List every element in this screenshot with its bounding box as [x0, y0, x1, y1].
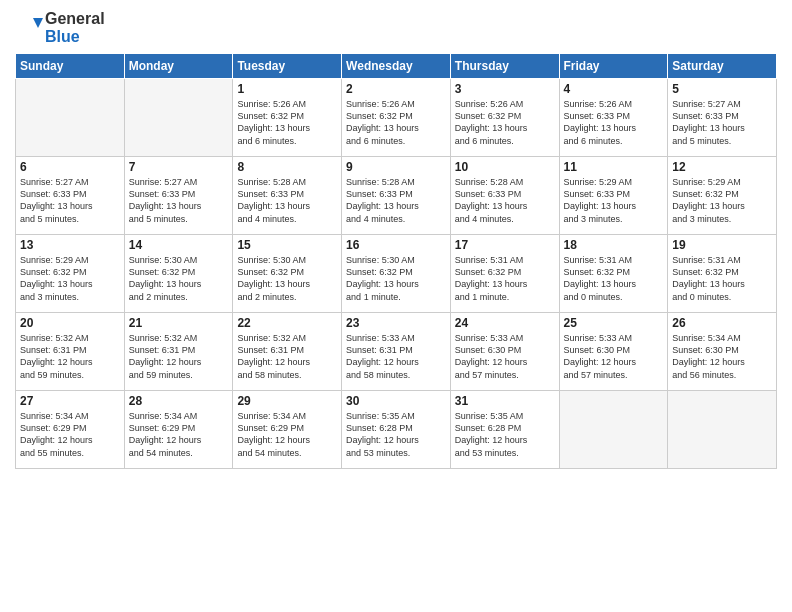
day-of-week-header: Wednesday: [342, 54, 451, 79]
day-number: 16: [346, 238, 446, 252]
day-detail: Sunrise: 5:35 AM Sunset: 6:28 PM Dayligh…: [346, 410, 446, 459]
calendar-cell: 27Sunrise: 5:34 AM Sunset: 6:29 PM Dayli…: [16, 391, 125, 469]
day-number: 19: [672, 238, 772, 252]
day-number: 31: [455, 394, 555, 408]
day-detail: Sunrise: 5:26 AM Sunset: 6:32 PM Dayligh…: [455, 98, 555, 147]
day-detail: Sunrise: 5:34 AM Sunset: 6:29 PM Dayligh…: [20, 410, 120, 459]
day-number: 1: [237, 82, 337, 96]
day-number: 21: [129, 316, 229, 330]
calendar-header-row: SundayMondayTuesdayWednesdayThursdayFrid…: [16, 54, 777, 79]
day-number: 30: [346, 394, 446, 408]
day-detail: Sunrise: 5:27 AM Sunset: 6:33 PM Dayligh…: [672, 98, 772, 147]
day-detail: Sunrise: 5:28 AM Sunset: 6:33 PM Dayligh…: [237, 176, 337, 225]
logo-branding: General Blue: [15, 10, 105, 45]
day-detail: Sunrise: 5:32 AM Sunset: 6:31 PM Dayligh…: [20, 332, 120, 381]
page-container: General Blue SundayMondayTuesdayWednesda…: [0, 0, 792, 479]
day-number: 15: [237, 238, 337, 252]
calendar-cell: 16Sunrise: 5:30 AM Sunset: 6:32 PM Dayli…: [342, 235, 451, 313]
day-number: 28: [129, 394, 229, 408]
day-detail: Sunrise: 5:29 AM Sunset: 6:32 PM Dayligh…: [20, 254, 120, 303]
day-number: 20: [20, 316, 120, 330]
day-detail: Sunrise: 5:29 AM Sunset: 6:32 PM Dayligh…: [672, 176, 772, 225]
logo-blue: Blue: [45, 28, 105, 46]
day-number: 25: [564, 316, 664, 330]
calendar-cell: [668, 391, 777, 469]
day-number: 8: [237, 160, 337, 174]
day-detail: Sunrise: 5:34 AM Sunset: 6:30 PM Dayligh…: [672, 332, 772, 381]
day-number: 7: [129, 160, 229, 174]
day-number: 6: [20, 160, 120, 174]
day-of-week-header: Thursday: [450, 54, 559, 79]
day-detail: Sunrise: 5:32 AM Sunset: 6:31 PM Dayligh…: [129, 332, 229, 381]
day-detail: Sunrise: 5:29 AM Sunset: 6:33 PM Dayligh…: [564, 176, 664, 225]
calendar-cell: 4Sunrise: 5:26 AM Sunset: 6:33 PM Daylig…: [559, 79, 668, 157]
day-detail: Sunrise: 5:26 AM Sunset: 6:32 PM Dayligh…: [346, 98, 446, 147]
day-detail: Sunrise: 5:31 AM Sunset: 6:32 PM Dayligh…: [564, 254, 664, 303]
logo-svg-icon: [15, 14, 43, 42]
day-number: 2: [346, 82, 446, 96]
calendar-cell: 30Sunrise: 5:35 AM Sunset: 6:28 PM Dayli…: [342, 391, 451, 469]
day-number: 24: [455, 316, 555, 330]
calendar-cell: 1Sunrise: 5:26 AM Sunset: 6:32 PM Daylig…: [233, 79, 342, 157]
calendar-week-row: 13Sunrise: 5:29 AM Sunset: 6:32 PM Dayli…: [16, 235, 777, 313]
calendar-cell: 31Sunrise: 5:35 AM Sunset: 6:28 PM Dayli…: [450, 391, 559, 469]
day-number: 3: [455, 82, 555, 96]
header: General Blue: [15, 10, 777, 45]
calendar-cell: 9Sunrise: 5:28 AM Sunset: 6:33 PM Daylig…: [342, 157, 451, 235]
calendar-cell: 14Sunrise: 5:30 AM Sunset: 6:32 PM Dayli…: [124, 235, 233, 313]
calendar-cell: [124, 79, 233, 157]
calendar-cell: 11Sunrise: 5:29 AM Sunset: 6:33 PM Dayli…: [559, 157, 668, 235]
calendar-week-row: 20Sunrise: 5:32 AM Sunset: 6:31 PM Dayli…: [16, 313, 777, 391]
day-detail: Sunrise: 5:28 AM Sunset: 6:33 PM Dayligh…: [346, 176, 446, 225]
day-detail: Sunrise: 5:32 AM Sunset: 6:31 PM Dayligh…: [237, 332, 337, 381]
day-of-week-header: Sunday: [16, 54, 125, 79]
day-detail: Sunrise: 5:30 AM Sunset: 6:32 PM Dayligh…: [346, 254, 446, 303]
day-number: 17: [455, 238, 555, 252]
calendar-cell: 22Sunrise: 5:32 AM Sunset: 6:31 PM Dayli…: [233, 313, 342, 391]
calendar-cell: 7Sunrise: 5:27 AM Sunset: 6:33 PM Daylig…: [124, 157, 233, 235]
calendar-cell: 19Sunrise: 5:31 AM Sunset: 6:32 PM Dayli…: [668, 235, 777, 313]
day-of-week-header: Friday: [559, 54, 668, 79]
calendar-week-row: 6Sunrise: 5:27 AM Sunset: 6:33 PM Daylig…: [16, 157, 777, 235]
calendar-cell: 23Sunrise: 5:33 AM Sunset: 6:31 PM Dayli…: [342, 313, 451, 391]
day-detail: Sunrise: 5:27 AM Sunset: 6:33 PM Dayligh…: [20, 176, 120, 225]
calendar-cell: [559, 391, 668, 469]
day-number: 29: [237, 394, 337, 408]
day-detail: Sunrise: 5:27 AM Sunset: 6:33 PM Dayligh…: [129, 176, 229, 225]
calendar-cell: 6Sunrise: 5:27 AM Sunset: 6:33 PM Daylig…: [16, 157, 125, 235]
day-number: 23: [346, 316, 446, 330]
logo-general: General: [45, 10, 105, 28]
day-detail: Sunrise: 5:30 AM Sunset: 6:32 PM Dayligh…: [237, 254, 337, 303]
calendar-cell: [16, 79, 125, 157]
day-number: 18: [564, 238, 664, 252]
calendar-cell: 2Sunrise: 5:26 AM Sunset: 6:32 PM Daylig…: [342, 79, 451, 157]
day-number: 11: [564, 160, 664, 174]
day-number: 10: [455, 160, 555, 174]
calendar-week-row: 27Sunrise: 5:34 AM Sunset: 6:29 PM Dayli…: [16, 391, 777, 469]
day-detail: Sunrise: 5:30 AM Sunset: 6:32 PM Dayligh…: [129, 254, 229, 303]
day-number: 9: [346, 160, 446, 174]
day-of-week-header: Tuesday: [233, 54, 342, 79]
calendar-cell: 15Sunrise: 5:30 AM Sunset: 6:32 PM Dayli…: [233, 235, 342, 313]
calendar-cell: 26Sunrise: 5:34 AM Sunset: 6:30 PM Dayli…: [668, 313, 777, 391]
calendar-week-row: 1Sunrise: 5:26 AM Sunset: 6:32 PM Daylig…: [16, 79, 777, 157]
day-number: 12: [672, 160, 772, 174]
day-of-week-header: Monday: [124, 54, 233, 79]
calendar-cell: 29Sunrise: 5:34 AM Sunset: 6:29 PM Dayli…: [233, 391, 342, 469]
calendar-cell: 20Sunrise: 5:32 AM Sunset: 6:31 PM Dayli…: [16, 313, 125, 391]
day-detail: Sunrise: 5:33 AM Sunset: 6:30 PM Dayligh…: [564, 332, 664, 381]
calendar-cell: 12Sunrise: 5:29 AM Sunset: 6:32 PM Dayli…: [668, 157, 777, 235]
day-number: 22: [237, 316, 337, 330]
day-number: 27: [20, 394, 120, 408]
day-detail: Sunrise: 5:33 AM Sunset: 6:30 PM Dayligh…: [455, 332, 555, 381]
calendar-cell: 3Sunrise: 5:26 AM Sunset: 6:32 PM Daylig…: [450, 79, 559, 157]
day-detail: Sunrise: 5:34 AM Sunset: 6:29 PM Dayligh…: [129, 410, 229, 459]
day-detail: Sunrise: 5:35 AM Sunset: 6:28 PM Dayligh…: [455, 410, 555, 459]
calendar-table: SundayMondayTuesdayWednesdayThursdayFrid…: [15, 53, 777, 469]
calendar-cell: 8Sunrise: 5:28 AM Sunset: 6:33 PM Daylig…: [233, 157, 342, 235]
calendar-cell: 28Sunrise: 5:34 AM Sunset: 6:29 PM Dayli…: [124, 391, 233, 469]
day-detail: Sunrise: 5:34 AM Sunset: 6:29 PM Dayligh…: [237, 410, 337, 459]
day-number: 13: [20, 238, 120, 252]
day-detail: Sunrise: 5:33 AM Sunset: 6:31 PM Dayligh…: [346, 332, 446, 381]
day-number: 5: [672, 82, 772, 96]
